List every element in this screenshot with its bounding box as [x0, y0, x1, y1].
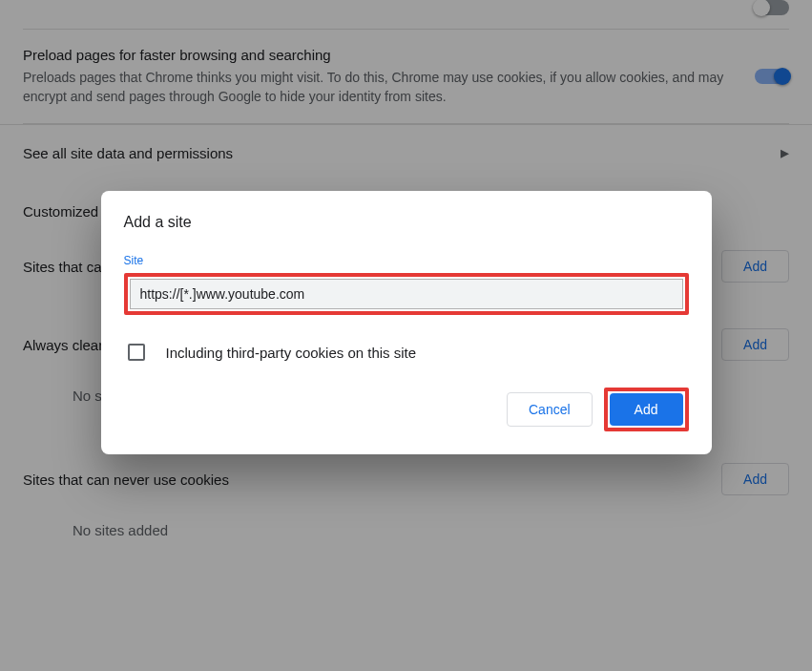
add-button-highlight: Add [604, 388, 689, 431]
add-button[interactable]: Add [610, 393, 683, 426]
dialog-actions: Cancel Add [124, 388, 689, 431]
settings-page: Preload pages for faster browsing and se… [0, 0, 812, 671]
cancel-button[interactable]: Cancel [507, 392, 593, 427]
dialog-title: Add a site [124, 214, 689, 231]
site-input[interactable] [130, 279, 683, 309]
site-field-label: Site [124, 254, 689, 267]
site-input-highlight [124, 273, 689, 315]
third-party-label: Including third-party cookies on this si… [166, 345, 417, 361]
third-party-checkbox[interactable] [128, 344, 145, 361]
modal-scrim[interactable]: Add a site Site Including third-party co… [0, 0, 812, 671]
third-party-row: Including third-party cookies on this si… [124, 344, 689, 361]
add-site-dialog: Add a site Site Including third-party co… [101, 191, 712, 454]
